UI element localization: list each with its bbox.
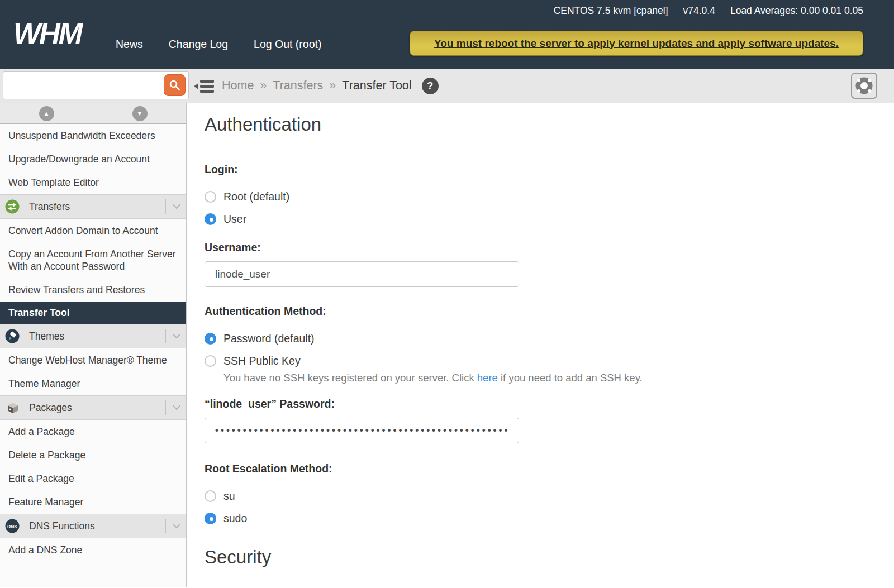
breadcrumb-separator: » (260, 79, 267, 93)
password-label: “linode_user” Password: (205, 398, 860, 410)
whm-logo[interactable]: WHM (13, 19, 81, 48)
sidebar-item-upgrade-downgrade-account[interactable]: Upgrade/Downgrade an Account (0, 147, 186, 171)
sidebar-item-add-a-package[interactable]: Add a Package (0, 420, 186, 443)
ssh-note-text: You have no SSH keys registered on your … (224, 372, 477, 384)
dns-icon: DNS (5, 519, 20, 533)
escalation-option-sudo[interactable]: sudo (205, 512, 860, 525)
ssh-key-note: You have no SSH keys registered on your … (224, 372, 860, 384)
radio-unchecked-icon[interactable] (205, 355, 216, 367)
sidebar-section-themes[interactable]: Themes (0, 324, 186, 348)
breadcrumb-separator: » (329, 79, 336, 93)
sidebar-section-label: DNS Functions (29, 520, 165, 532)
sidebar-section-packages[interactable]: Packages (0, 395, 186, 420)
version-label: v74.0.4 (683, 5, 715, 17)
radio-unchecked-icon[interactable] (205, 191, 216, 203)
section-divider (165, 199, 166, 214)
system-info: CENTOS 7.5 kvm [cpanel] (554, 5, 668, 17)
authentication-section-title: Authentication (205, 113, 860, 144)
sidebar-scroll-up-button[interactable]: ▲ (0, 103, 93, 123)
nav-news[interactable]: News (116, 38, 143, 51)
sidebar-scroll-down-button[interactable]: ▼ (93, 103, 186, 123)
sidebar-section-transfers[interactable]: Transfers (0, 194, 186, 219)
help-icon[interactable]: ? (422, 78, 439, 94)
system-status-bar: CENTOS 7.5 kvm [cpanel] v74.0.4 Load Ave… (554, 5, 863, 17)
section-divider (165, 400, 166, 415)
auth-option-ssh-key-label: SSH Public Key (224, 355, 301, 367)
breadcrumb-transfers[interactable]: Transfers (273, 79, 323, 93)
escalation-option-su-label: su (224, 490, 235, 503)
security-section-title: Security (205, 546, 860, 577)
radio-checked-icon[interactable] (205, 213, 216, 225)
svg-text:DNS: DNS (7, 524, 17, 529)
breadcrumb-home[interactable]: Home (222, 79, 254, 93)
collapse-sidebar-icon (193, 79, 215, 94)
packages-icon (5, 400, 20, 415)
support-button[interactable] (851, 73, 877, 99)
username-label: Username: (205, 241, 860, 254)
sidebar-item-change-whm-theme[interactable]: Change WebHost Manager® Theme (0, 348, 186, 372)
breadcrumb-current: Transfer Tool (342, 79, 411, 93)
sidebar-section-label: Packages (29, 402, 165, 414)
transfers-icon (5, 199, 20, 214)
section-divider (165, 519, 166, 533)
sidebar-item-edit-a-package[interactable]: Edit a Package (0, 467, 186, 490)
chevron-down-icon[interactable] (173, 331, 180, 338)
radio-checked-icon[interactable] (205, 513, 216, 524)
arrow-up-icon: ▲ (39, 106, 54, 121)
ssh-note-here-link[interactable]: here (477, 372, 498, 384)
sidebar: ▲ ▼ Unsuspend Bandwidth Exceeders Upgrad… (0, 103, 187, 587)
auth-method-label: Authentication Method: (205, 305, 860, 318)
arrow-down-icon: ▼ (132, 106, 148, 121)
themes-icon (5, 329, 20, 343)
chevron-down-icon[interactable] (173, 201, 180, 209)
login-option-root[interactable]: Root (default) (205, 190, 860, 203)
load-averages: Load Averages: 0.00 0.01 0.05 (730, 5, 863, 17)
username-input[interactable] (205, 261, 519, 287)
sidebar-item-transfer-tool[interactable]: Transfer Tool (0, 302, 186, 324)
sidebar-item-theme-manager[interactable]: Theme Manager (0, 372, 186, 395)
password-input[interactable] (205, 418, 519, 443)
chevron-down-icon[interactable] (173, 520, 180, 528)
search-input[interactable] (3, 72, 161, 99)
sidebar-item-unsuspend-bandwidth-exceeders[interactable]: Unsuspend Bandwidth Exceeders (0, 124, 186, 147)
escalation-option-sudo-label: sudo (224, 512, 247, 525)
reboot-alert-link[interactable]: You must reboot the server to apply kern… (410, 31, 863, 56)
root-escalation-label: Root Escalation Method: (205, 462, 860, 475)
auth-option-password-label: Password (default) (224, 332, 315, 345)
radio-checked-icon[interactable] (205, 333, 216, 345)
sidebar-item-delete-a-package[interactable]: Delete a Package (0, 443, 186, 467)
sidebar-item-convert-addon-domain[interactable]: Convert Addon Domain to Account (0, 219, 186, 242)
section-divider (165, 329, 166, 343)
auth-option-ssh-key[interactable]: SSH Public Key (205, 355, 860, 367)
breadcrumb: Home » Transfers » Transfer Tool ? (222, 69, 439, 103)
sidebar-item-review-transfers-restores[interactable]: Review Transfers and Restores (0, 278, 186, 302)
search-box (3, 71, 189, 99)
login-option-root-label: Root (default) (224, 190, 289, 203)
collapse-sidebar-button[interactable] (193, 78, 215, 94)
login-radio-group: Root (default) User (205, 190, 860, 226)
nav-log-out[interactable]: Log Out (root) (254, 38, 321, 51)
sidebar-section-label: Themes (29, 331, 165, 342)
escalation-option-su[interactable]: su (205, 490, 860, 503)
sidebar-item-copy-account-password[interactable]: Copy an Account From Another Server With… (0, 242, 186, 278)
sidebar-section-label: Transfers (29, 201, 165, 213)
login-option-user-label: User (224, 213, 246, 226)
radio-unchecked-icon[interactable] (205, 490, 216, 502)
sidebar-item-web-template-editor[interactable]: Web Template Editor (0, 171, 186, 194)
escalation-radio-group: su sudo (205, 490, 860, 525)
top-header: CENTOS 7.5 kvm [cpanel] v74.0.4 Load Ave… (0, 0, 894, 69)
nav-change-log[interactable]: Change Log (169, 38, 228, 51)
support-life-ring-icon (854, 76, 874, 95)
auth-option-password[interactable]: Password (default) (205, 332, 860, 345)
search-button[interactable] (164, 74, 186, 96)
top-nav: News Change Log Log Out (root) (116, 38, 321, 51)
login-label: Login: (205, 163, 860, 176)
toolbar: Home » Transfers » Transfer Tool ? (0, 69, 894, 103)
main-content: Authentication Login: Root (default) Use… (187, 103, 894, 587)
sidebar-section-dns-functions[interactable]: DNS DNS Functions (0, 514, 186, 538)
sidebar-item-add-a-dns-zone[interactable]: Add a DNS Zone (0, 538, 186, 562)
search-icon (169, 79, 180, 91)
login-option-user[interactable]: User (205, 213, 860, 226)
sidebar-item-feature-manager[interactable]: Feature Manager (0, 490, 186, 514)
chevron-down-icon[interactable] (173, 402, 180, 410)
